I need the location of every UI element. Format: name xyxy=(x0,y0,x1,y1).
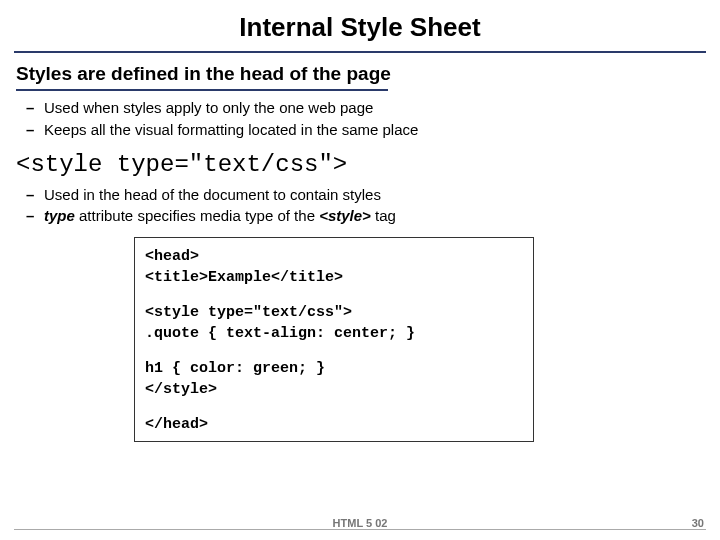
footer-divider xyxy=(14,529,706,530)
bullet-text: attribute specifies media type of the xyxy=(75,207,319,224)
footer-center-text: HTML 5 02 xyxy=(0,517,720,529)
page-number: 30 xyxy=(692,517,704,529)
list-item: Used in the head of the document to cont… xyxy=(44,184,704,206)
code-blank xyxy=(145,288,523,302)
code-line: <head> xyxy=(145,246,523,267)
lead-underline xyxy=(16,89,388,91)
slide-title: Internal Style Sheet xyxy=(0,0,720,49)
lead-heading: Styles are defined in the head of the pa… xyxy=(16,63,704,85)
bullet-text: tag xyxy=(371,207,396,224)
code-blank xyxy=(145,400,523,414)
list-item: type attribute specifies media type of t… xyxy=(44,205,704,227)
code-line: .quote { text-align: center; } xyxy=(145,323,523,344)
footer: HTML 5 02 30 xyxy=(0,529,720,534)
code-line: <title>Example</title> xyxy=(145,267,523,288)
content-area: Styles are defined in the head of the pa… xyxy=(0,53,720,442)
style-tag-name: <style> xyxy=(319,207,371,224)
list-item: Used when styles apply to only the one w… xyxy=(44,97,704,119)
list-item: Keeps all the visual formatting located … xyxy=(44,119,704,141)
code-line: </style> xyxy=(145,379,523,400)
code-line: <style type="text/css"> xyxy=(145,302,523,323)
code-blank xyxy=(145,344,523,358)
style-tag-code: <style type="text/css"> xyxy=(16,151,704,178)
bullet-list-2: Used in the head of the document to cont… xyxy=(16,184,704,228)
code-line: </head> xyxy=(145,414,523,435)
code-example-box: <head> <title>Example</title> <style typ… xyxy=(134,237,534,442)
type-keyword: type xyxy=(44,207,75,224)
code-line: h1 { color: green; } xyxy=(145,358,523,379)
bullet-list-1: Used when styles apply to only the one w… xyxy=(16,97,704,141)
